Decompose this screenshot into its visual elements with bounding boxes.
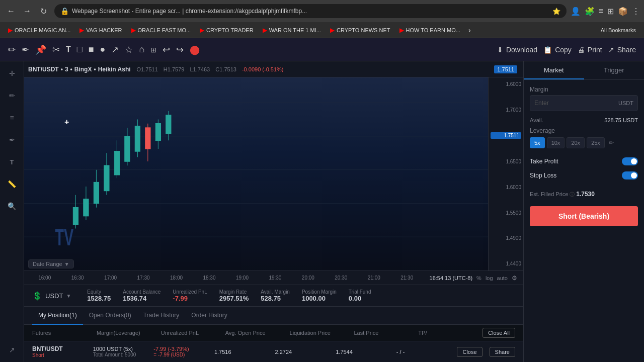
- close-position-button[interactable]: Close: [457, 347, 482, 357]
- home-tool[interactable]: ⌂: [139, 44, 144, 55]
- download-button[interactable]: ⬇ Download: [497, 46, 537, 54]
- avail-margin-value: 528.75: [261, 295, 290, 302]
- short-bearish-button[interactable]: Short (Bearish): [530, 206, 638, 226]
- star-tool[interactable]: ☆: [125, 44, 133, 55]
- tab-trade-history[interactable]: Trade History: [137, 307, 186, 325]
- share-position-button[interactable]: Share: [490, 347, 515, 357]
- pos-side: Short: [32, 352, 93, 358]
- col-unrealized: Unrealized PnL: [161, 330, 225, 336]
- sidebar-icon-zoom[interactable]: 🔍: [4, 198, 20, 214]
- ext-icon-3[interactable]: ≡: [599, 7, 603, 16]
- sidebar-icon-cursor[interactable]: ✛: [4, 65, 20, 81]
- bookmark-how-to-earn[interactable]: ▶ HOW TO EARN MO...: [395, 26, 464, 35]
- close-all-button[interactable]: Close All: [482, 328, 515, 338]
- ext-icon-5[interactable]: 📦: [618, 7, 628, 16]
- refresh-button[interactable]: ↻: [36, 4, 50, 18]
- pen-tool[interactable]: ✒: [22, 44, 29, 55]
- sidebar-icon-pen[interactable]: ✒: [4, 132, 20, 148]
- col-futures: Futures: [32, 330, 97, 336]
- pos-last-price-cell: 1.7544: [336, 349, 396, 355]
- leverage-section: Leverage 5x 10x 20x 25x ✏: [530, 127, 638, 148]
- address-bar[interactable]: 🔒 Webpage Screenshot - Entire page scr..…: [54, 4, 567, 18]
- rect-fill-tool[interactable]: ■: [89, 44, 94, 55]
- bookmark-label: HOW TO EARN MO...: [406, 27, 460, 33]
- tab-open-orders[interactable]: Open Orders(0): [83, 307, 137, 325]
- ext-icon-4[interactable]: ⊞: [607, 7, 614, 16]
- undo-tool[interactable]: ↩: [163, 44, 170, 55]
- tab-market[interactable]: Market: [524, 61, 584, 79]
- redo-tool[interactable]: ↪: [176, 44, 184, 55]
- stat-balance: Account Balance 1536.74: [123, 289, 160, 302]
- currency-selector[interactable]: 💲 USDT ▼: [32, 291, 71, 301]
- more-bookmarks-button[interactable]: ›: [465, 25, 474, 35]
- back-button[interactable]: ←: [4, 4, 18, 18]
- text-tool[interactable]: T: [66, 45, 71, 54]
- pos-avg-open-cell: 1.7516: [214, 349, 275, 355]
- position-margin-value: 1000.00: [302, 295, 337, 302]
- est-price-info-icon: ⓘ: [570, 192, 576, 197]
- time-axis: 16:00 16:30 17:00 17:30 18:00 18:30 19:0…: [26, 275, 426, 281]
- bookmark-crypto-trader[interactable]: ▶ CRYPTO TRADER: [196, 26, 258, 35]
- all-bookmarks-button[interactable]: All Bookmarks: [597, 26, 640, 34]
- pencil-tool[interactable]: ✏: [8, 44, 16, 55]
- stat-margin-rate: Margin Rate 2957.51%: [219, 289, 249, 302]
- sidebar-icon-measure[interactable]: 📏: [4, 176, 20, 192]
- circle-tool[interactable]: ●: [100, 44, 106, 55]
- yt-icon: ▶: [330, 27, 335, 34]
- bookmark-vag-hacker[interactable]: ▶ VAG HACKER: [75, 26, 126, 35]
- rect-outline-tool[interactable]: □: [77, 44, 83, 55]
- ext-icon-2[interactable]: 🧩: [585, 7, 595, 16]
- ohlc-change: -0.0090 (-0.51%): [242, 66, 284, 72]
- auto-button[interactable]: auto: [497, 275, 508, 281]
- ext-icon-1[interactable]: 👤: [571, 7, 581, 16]
- chart-canvas[interactable]: +: [24, 77, 488, 270]
- take-profit-toggle[interactable]: [622, 157, 638, 165]
- date-range-selector[interactable]: Date Range ▼: [28, 259, 74, 268]
- forward-button[interactable]: →: [20, 4, 34, 18]
- unrealized-value: -7.99: [173, 295, 207, 302]
- menu-button[interactable]: ⋮: [632, 7, 640, 16]
- price-label-1: 1.6000: [491, 81, 521, 87]
- settings-icon[interactable]: ⚙: [512, 275, 517, 282]
- share-button[interactable]: ↗ Share: [608, 46, 636, 54]
- bookmark-oracle-magic[interactable]: ▶ ORACLE MAGIC AN...: [4, 26, 74, 35]
- margin-label: Margin: [530, 86, 638, 93]
- copy-button[interactable]: 📋 Copy: [543, 46, 572, 54]
- svg-rect-18: [135, 126, 140, 151]
- leverage-5x[interactable]: 5x: [530, 137, 545, 148]
- leverage-10x[interactable]: 10x: [547, 137, 565, 148]
- leverage-20x[interactable]: 20x: [567, 137, 585, 148]
- sidebar-icon-text[interactable]: T: [4, 154, 20, 170]
- bookmark-oracle-fast[interactable]: ▶ ORACLE FAST MO...: [127, 26, 195, 35]
- stop-loss-row: Stop Loss: [530, 168, 638, 183]
- leverage-25x[interactable]: 25x: [587, 137, 605, 148]
- leverage-edit-icon[interactable]: ✏: [609, 139, 614, 146]
- ohlc-open: O1.7511: [137, 66, 158, 72]
- sidebar-icon-share2[interactable]: ↗: [4, 342, 20, 358]
- bookmark-crypto-news[interactable]: ▶ CRYPTO NEWS NET: [326, 26, 394, 35]
- balance-value: 1536.74: [123, 295, 160, 302]
- tab-my-position[interactable]: My Position(1): [32, 307, 83, 325]
- col-margin: Margin(Leverage): [97, 330, 161, 336]
- svg-rect-16: [114, 151, 119, 175]
- stop-loss-toggle[interactable]: [622, 171, 638, 179]
- sidebar-icon-pencil[interactable]: ✏: [4, 87, 20, 104]
- sidebar-icon-lines[interactable]: ≡: [4, 110, 20, 126]
- red-circle-tool[interactable]: ⬤: [190, 44, 200, 55]
- time-1800: 18:00: [160, 275, 193, 281]
- tab-order-history[interactable]: Order History: [185, 307, 233, 325]
- usdt-icon: 💲: [32, 291, 42, 301]
- log-button[interactable]: log: [486, 275, 493, 281]
- tab-trigger[interactable]: Trigger: [584, 61, 645, 79]
- bookmark-war-on[interactable]: ▶ WAR ON THE 1 MI...: [259, 26, 325, 35]
- clipboard-tool[interactable]: ⊞: [150, 46, 156, 54]
- arrow-tool[interactable]: ↗: [111, 44, 119, 55]
- percent-symbol: %: [476, 275, 481, 281]
- timestamp-display: 16:54:13 (UTC-8): [430, 275, 473, 281]
- scissors-tool[interactable]: ✂: [52, 44, 60, 55]
- print-button[interactable]: 🖨 Print: [578, 46, 602, 54]
- margin-input[interactable]: Enter USDT: [530, 95, 638, 111]
- price-label-2: 1.7000: [491, 107, 521, 113]
- stat-trial-fund: Trial Fund 0.00: [349, 289, 371, 302]
- pin-tool[interactable]: 📌: [35, 44, 46, 55]
